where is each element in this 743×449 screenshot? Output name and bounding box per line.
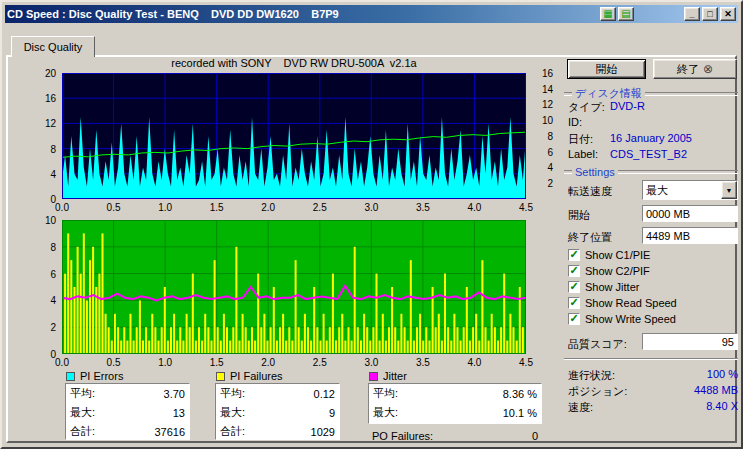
titlebar-extra-button-1[interactable]: ▦ xyxy=(600,7,616,21)
pi-errors-stats-box: 平均:3.70 最大:13 合計:37616 xyxy=(65,383,190,440)
start-position-field[interactable]: 0000 MB xyxy=(642,205,738,222)
end-position-field[interactable]: 4489 MB xyxy=(642,227,738,244)
disc-label-row: Label: CDS_TEST_B2 xyxy=(568,148,738,160)
exit-icon: ⊗ xyxy=(703,63,713,75)
stat-value: 37616 xyxy=(154,426,185,438)
y-tick-label: 6 xyxy=(547,146,553,157)
exit-button[interactable]: 終了 ⊗ xyxy=(653,59,737,79)
x-tick-label: 1.5 xyxy=(210,202,224,213)
window-title: CD Speed : Disc Quality Test - BENQ DVD … xyxy=(7,8,600,20)
check-icon: ✓ xyxy=(569,297,578,308)
y-tick-label: 14 xyxy=(542,83,553,94)
transfer-speed-value: 最大 xyxy=(643,183,721,198)
x-tick-label: 2.0 xyxy=(261,202,275,213)
pi-failures-stats-box: 平均:0.12 最大:9 合計:1029 xyxy=(215,383,340,440)
quality-score-field: 95 xyxy=(642,333,738,350)
stat-label: 平均: xyxy=(373,386,398,401)
settings-header: Settings xyxy=(564,166,738,178)
titlebar[interactable]: CD Speed : Disc Quality Test - BENQ DVD … xyxy=(5,5,738,23)
po-failures-row: PO Failures: 0 xyxy=(368,426,542,445)
chevron-down-icon: ▼ xyxy=(726,187,733,194)
po-failures-label: PO Failures: xyxy=(372,430,433,442)
stat-value: 3.70 xyxy=(164,388,185,400)
end-position-value: 4489 MB xyxy=(646,230,690,242)
checkbox-show-c1-pie[interactable]: ✓ Show C1/PIE xyxy=(568,248,650,262)
check-icon: ✓ xyxy=(569,281,578,292)
x-tick-label: 4.5 xyxy=(519,202,533,213)
checkbox-show-read-speed[interactable]: ✓ Show Read Speed xyxy=(568,296,677,310)
checkbox-box[interactable]: ✓ xyxy=(568,313,580,325)
x-tick-label: 0.0 xyxy=(55,202,69,213)
titlebar-extra-button-2[interactable]: ▤ xyxy=(618,7,634,21)
close-button[interactable]: ✕ xyxy=(720,7,736,21)
checkbox-show-jitter[interactable]: ✓ Show Jitter xyxy=(568,280,639,294)
quality-score-label: 品質スコア: xyxy=(568,337,627,352)
pi-failures-legend-header: PI Failures xyxy=(216,370,283,382)
stat-row: 平均:0.12 xyxy=(216,384,339,403)
disc-date-label: 日付: xyxy=(568,132,610,147)
bottom-chart-left-axis: 1086420 xyxy=(30,220,56,354)
checkbox-show-c2-pif[interactable]: ✓ Show C2/PIF xyxy=(568,264,650,278)
disc-type-value: DVD-R xyxy=(610,100,645,115)
stat-value: 13 xyxy=(173,407,185,419)
checkbox-label: Show Read Speed xyxy=(585,297,677,309)
x-tick-label: 0.5 xyxy=(107,357,121,368)
x-tick-label: 2.5 xyxy=(313,357,327,368)
top-chart-x-axis: 0.00.51.01.52.02.53.03.54.04.5 xyxy=(62,202,526,214)
pi-failures-legend-title: PI Failures xyxy=(230,370,283,382)
x-tick-label: 1.0 xyxy=(158,357,172,368)
x-tick-label: 2.5 xyxy=(313,202,327,213)
checkbox-show-write-speed[interactable]: ✓ Show Write Speed xyxy=(568,312,676,326)
start-button-label: 開始 xyxy=(596,62,618,77)
checkbox-label: Show Jitter xyxy=(585,281,639,293)
pi-errors-legend-title: PI Errors xyxy=(80,370,123,382)
pie-readspeed-chart xyxy=(62,73,526,199)
speed-row: 速度: 8.40 X xyxy=(568,400,738,415)
jitter-legend-title: Jitter xyxy=(383,370,407,382)
y-tick-label: 20 xyxy=(45,68,56,79)
checkbox-box[interactable]: ✓ xyxy=(568,265,580,277)
settings-header-label: Settings xyxy=(575,166,615,178)
titlebar-spacer xyxy=(636,14,682,15)
y-tick-label: 8 xyxy=(547,130,553,141)
titlebar-buttons: ▦ ▤ _ □ ✕ xyxy=(600,7,736,21)
checkbox-label: Show Write Speed xyxy=(585,313,676,325)
maximize-button[interactable]: □ xyxy=(702,7,718,21)
x-tick-label: 3.0 xyxy=(364,357,378,368)
minimize-button[interactable]: _ xyxy=(684,7,700,21)
end-position-label: 終了位置 xyxy=(568,230,612,245)
y-tick-label: 12 xyxy=(45,118,56,129)
checkbox-box[interactable]: ✓ xyxy=(568,281,580,293)
check-icon: ✓ xyxy=(569,249,578,260)
stat-row: 平均:8.36 % xyxy=(369,384,541,403)
position-row: ポジション: 4488 MB xyxy=(568,384,738,399)
pi-failures-swatch xyxy=(216,372,225,381)
minimize-icon: _ xyxy=(689,10,694,19)
progress-label: 進行状況: xyxy=(568,368,615,383)
stat-row: 合計:37616 xyxy=(66,422,189,441)
stat-value: 1029 xyxy=(311,426,335,438)
tab-disc-quality[interactable]: Disc Quality xyxy=(11,36,95,57)
checkbox-label: Show C2/PIF xyxy=(585,265,650,277)
disc-id-label: ID: xyxy=(568,116,610,128)
check-icon: ✓ xyxy=(569,313,578,324)
y-tick-label: 4 xyxy=(50,295,56,306)
x-tick-label: 0.0 xyxy=(55,357,69,368)
combo-dropdown-button[interactable]: ▼ xyxy=(721,181,737,199)
jitter-stats-box: 平均:8.36 % 最大:10.1 % xyxy=(368,383,542,424)
jitter-swatch xyxy=(369,372,378,381)
disc-date-value: 16 January 2005 xyxy=(610,132,692,147)
disc-id-row: ID: xyxy=(568,116,738,128)
pi-errors-legend-header: PI Errors xyxy=(66,370,123,382)
checkbox-box[interactable]: ✓ xyxy=(568,249,580,261)
stat-label: 最大: xyxy=(220,405,245,420)
transfer-speed-select[interactable]: 最大 ▼ xyxy=(642,180,738,200)
y-tick-label: 6 xyxy=(50,268,56,279)
progress-value: 100 % xyxy=(707,368,738,383)
pif-jitter-chart xyxy=(62,220,526,354)
start-button[interactable]: 開始 xyxy=(567,59,646,79)
checkbox-box[interactable]: ✓ xyxy=(568,297,580,309)
stat-row: 合計:1029 xyxy=(216,422,339,441)
y-tick-label: 16 xyxy=(45,93,56,104)
y-tick-label: 2 xyxy=(547,178,553,189)
